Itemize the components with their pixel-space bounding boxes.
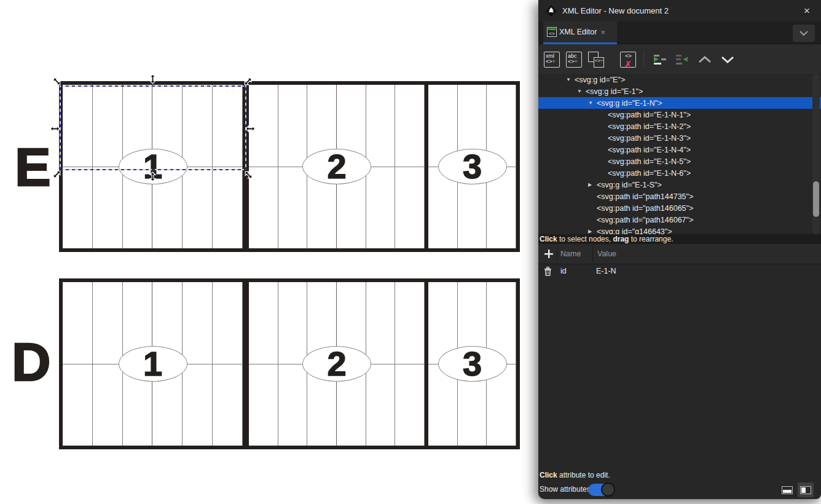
xml-editor-panel: XML Editor - New document 2 × <> XML Edi… (538, 0, 821, 499)
show-attributes-toggle[interactable] (588, 484, 614, 496)
unindent-node-button[interactable] (650, 49, 670, 70)
tree-node-label: <svg:g id="g146643"> (597, 227, 672, 235)
expander-open-icon[interactable]: ▼ (588, 100, 597, 106)
panel-menu-button[interactable] (793, 25, 815, 42)
tree-node-label: <svg:path id="E-1-N-5"> (608, 157, 691, 166)
panel-tabbar: <> XML Editor × (538, 22, 821, 44)
expander-closed-icon[interactable]: ▶ (588, 229, 597, 234)
attribute-name[interactable]: id (560, 267, 567, 275)
tab-xml-editor[interactable]: <> XML Editor × (543, 22, 617, 42)
tree-node-label: <svg:path id="path144735"> (597, 192, 693, 201)
duplicate-node-button[interactable]: <>+ (586, 49, 606, 70)
xml-editor-tab-icon: <> (547, 27, 557, 37)
tree-scrollbar-thumb[interactable] (813, 181, 819, 217)
tree-node-label: <svg:path id="E-1-N-6"> (608, 169, 691, 178)
tree-node-label: <svg:path id="E-1-N-4"> (608, 146, 691, 154)
canvas-ellipse-d1[interactable]: 1 (119, 346, 187, 382)
canvas-ellipse-e2[interactable]: 2 (302, 149, 371, 184)
tree-row[interactable]: <svg:path id="E-1-N-4"> (538, 144, 821, 156)
attribute-edit-hint: Click attribute to edit. (540, 471, 610, 479)
chevron-up-icon (698, 56, 712, 63)
tree-node-label: <svg:path id="path146065"> (597, 204, 693, 213)
tree-row[interactable]: ▼<svg:g id="E-1"> (538, 85, 821, 97)
chevron-down-icon (721, 56, 734, 63)
ellipse-number: 3 (463, 149, 482, 184)
scale-handle-right-icon[interactable] (245, 124, 256, 134)
selection-bbox-bottom (60, 169, 246, 170)
ellipse-number: 1 (143, 347, 162, 381)
expander-open-icon[interactable]: ▼ (577, 89, 586, 94)
close-icon[interactable]: × (800, 4, 814, 18)
tree-node-label: <svg:path id="path146067"> (597, 216, 693, 224)
attribute-row[interactable]: idE-1-N (538, 264, 821, 278)
expander-closed-icon[interactable]: ▶ (588, 182, 597, 187)
tree-row[interactable]: <svg:path id="path146067"> (538, 214, 821, 226)
layout-vertical-icon (800, 486, 811, 494)
tree-row[interactable]: ▶<svg:g id="g146643"> (538, 226, 821, 234)
attribute-value[interactable]: E-1-N (596, 267, 616, 275)
new-element-node-button[interactable]: xml <>+ (542, 49, 562, 70)
tree-node-label: <svg:g id="E-1-S"> (597, 181, 662, 189)
canvas-box-d2[interactable]: 2 (245, 278, 428, 449)
canvas-box-e2[interactable]: 2 (245, 81, 428, 252)
attributes-header: Name Value (538, 244, 821, 264)
tree-row[interactable]: <svg:path id="E-1-N-6"> (538, 167, 821, 179)
layout-vertical-button[interactable] (798, 482, 814, 497)
move-node-up-button[interactable] (695, 49, 715, 70)
scale-handle-bottom-center-icon[interactable] (147, 171, 158, 182)
tree-row[interactable]: ▼<svg:g id="E"> (538, 74, 821, 85)
selection-bbox-top (60, 85, 246, 87)
toggle-knob (601, 482, 615, 497)
xml-toolbar: xml <>+ abc <>+ <>+ <> ✗ (538, 44, 821, 74)
unindent-node-icon (653, 53, 667, 66)
move-node-down-button[interactable] (718, 49, 737, 70)
panel-titlebar[interactable]: XML Editor - New document 2 × (538, 0, 821, 22)
tree-node-label: <svg:path id="E-1-N-2"> (608, 122, 691, 131)
indent-node-icon (675, 53, 689, 66)
tree-node-label: <svg:g id="E-1-N"> (597, 99, 662, 108)
tree-row[interactable]: <svg:path id="E-1-N-5"> (538, 156, 821, 167)
xml-tree: ▼<svg:g id="E">▼<svg:g id="E-1">▼<svg:g … (538, 74, 821, 234)
tree-row[interactable]: <svg:path id="E-1-N-1"> (538, 109, 821, 120)
delete-attribute-button[interactable] (544, 267, 552, 278)
add-attribute-button[interactable] (543, 248, 556, 261)
new-element-node-icon: xml <>+ (544, 52, 560, 68)
tree-row[interactable]: <svg:path id="E-1-N-2"> (538, 120, 821, 132)
canvas-ellipse-e3[interactable]: 3 (438, 149, 507, 184)
canvas-text-E[interactable]: E (15, 140, 51, 194)
trash-icon (544, 267, 552, 276)
tree-node-label: <svg:path id="E-1-N-3"> (608, 134, 691, 143)
tab-label: XML Editor (559, 28, 597, 36)
scale-handle-left-icon[interactable] (50, 124, 60, 134)
panel-layout-buttons (779, 482, 814, 497)
tree-hint: Click to select nodes, drag to rearrange… (538, 234, 821, 244)
tab-close-icon[interactable]: × (600, 28, 605, 37)
canvas-box-d1[interactable]: 1 (59, 278, 246, 449)
delete-node-button[interactable]: <> ✗ (618, 49, 638, 70)
tree-row[interactable]: ▼<svg:g id="E-1-N"> (538, 97, 821, 109)
canvas-box-e3[interactable]: 3 (425, 81, 520, 252)
tree-row[interactable]: ▶<svg:g id="E-1-S"> (538, 179, 821, 191)
tree-row[interactable]: <svg:path id="E-1-N-3"> (538, 132, 821, 144)
indent-node-button[interactable] (672, 49, 692, 70)
canvas-text-D[interactable]: D (12, 335, 51, 389)
delete-node-icon: <> ✗ (620, 52, 636, 68)
layout-horizontal-icon (782, 486, 793, 494)
tree-row[interactable]: <svg:path id="path146065"> (538, 202, 821, 214)
expander-open-icon[interactable]: ▼ (566, 77, 575, 82)
plus-icon (543, 248, 554, 259)
scale-handle-top-center-icon[interactable] (147, 74, 158, 84)
canvas-ellipse-d3[interactable]: 3 (438, 346, 507, 382)
canvas-ellipse-d2[interactable]: 2 (302, 346, 371, 382)
chevron-down-icon (799, 31, 808, 36)
inkscape-logo-icon (546, 6, 557, 17)
layout-horizontal-button[interactable] (779, 482, 795, 497)
attributes-table: idE-1-N (538, 264, 821, 278)
panel-title: XML Editor - New document 2 (562, 6, 669, 15)
new-text-node-icon: abc <>+ (566, 52, 582, 68)
canvas-box-d3[interactable]: 3 (425, 278, 520, 449)
new-text-node-button[interactable]: abc <>+ (564, 49, 584, 70)
tree-row[interactable]: <svg:path id="path144735"> (538, 191, 821, 202)
tree-node-label: <svg:g id="E"> (575, 76, 625, 84)
canvas-box-e1[interactable]: 1 (59, 81, 246, 252)
